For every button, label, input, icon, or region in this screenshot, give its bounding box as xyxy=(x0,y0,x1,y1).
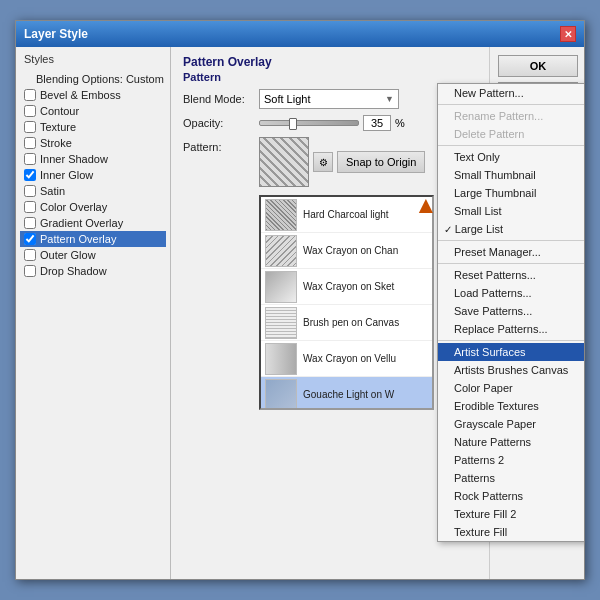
pattern-overlay-checkbox[interactable] xyxy=(24,233,36,245)
pattern-item-name: Wax Crayon on Vellu xyxy=(303,353,396,365)
blend-mode-select[interactable]: Soft Light ▼ xyxy=(259,89,399,109)
opacity-slider-thumb[interactable] xyxy=(289,118,297,130)
opacity-input[interactable] xyxy=(363,115,391,131)
list-item[interactable]: Wax Crayon on Sket xyxy=(261,269,432,305)
menu-divider xyxy=(438,263,584,264)
styles-item-color-overlay[interactable]: Color Overlay xyxy=(20,199,166,215)
blend-mode-label: Blend Mode: xyxy=(183,93,253,105)
menu-item-preset-manager[interactable]: Preset Manager... xyxy=(438,243,584,261)
dialog-body: Styles Blending Options: Custom Bevel & … xyxy=(16,47,584,579)
section-title: Pattern Overlay xyxy=(183,55,477,69)
pattern-list-scroll[interactable]: Hard Charcoal light Wax Crayon on Chan W… xyxy=(261,197,432,408)
list-item[interactable]: Brush pen on Canvas xyxy=(261,305,432,341)
menu-item-text-only[interactable]: Text Only xyxy=(438,148,584,166)
menu-item-small-thumbnail[interactable]: Small Thumbnail xyxy=(438,166,584,184)
styles-item-inner-shadow[interactable]: Inner Shadow xyxy=(20,151,166,167)
menu-divider xyxy=(438,340,584,341)
menu-item-texture-fill[interactable]: Texture Fill xyxy=(438,523,584,541)
menu-item-artist-surfaces[interactable]: Artist Surfaces xyxy=(438,343,584,361)
satin-checkbox[interactable] xyxy=(24,185,36,197)
menu-item-load-patterns[interactable]: Load Patterns... xyxy=(438,284,584,302)
color-overlay-checkbox[interactable] xyxy=(24,201,36,213)
contour-checkbox[interactable] xyxy=(24,105,36,117)
opacity-percent: % xyxy=(395,117,405,129)
pattern-item-name: Brush pen on Canvas xyxy=(303,317,399,329)
ok-button[interactable]: OK xyxy=(498,55,578,77)
styles-panel: Styles Blending Options: Custom Bevel & … xyxy=(16,47,171,579)
blend-mode-row: Blend Mode: Soft Light ▼ xyxy=(183,89,477,109)
pattern-item-name: Wax Crayon on Sket xyxy=(303,281,394,293)
menu-divider xyxy=(438,104,584,105)
menu-item-color-paper[interactable]: Color Paper xyxy=(438,379,584,397)
dialog-title: Layer Style xyxy=(24,27,88,41)
styles-item-bevel[interactable]: Bevel & Emboss xyxy=(20,87,166,103)
pattern-menu-button[interactable]: ⚙ xyxy=(313,152,333,172)
pattern-preview[interactable] xyxy=(259,137,309,187)
bevel-checkbox[interactable] xyxy=(24,89,36,101)
scroll-up-arrow-icon: ▲ xyxy=(414,191,438,218)
title-bar: Layer Style ✕ xyxy=(16,21,584,47)
inner-glow-checkbox[interactable] xyxy=(24,169,36,181)
pattern-list-area: Hard Charcoal light Wax Crayon on Chan W… xyxy=(259,195,434,410)
menu-item-delete-pattern: Delete Pattern xyxy=(438,125,584,143)
snap-to-origin-button[interactable]: Snap to Origin xyxy=(337,151,425,173)
section-subtitle: Pattern xyxy=(183,71,477,83)
styles-item-pattern-overlay[interactable]: Pattern Overlay xyxy=(20,231,166,247)
styles-item-stroke[interactable]: Stroke xyxy=(20,135,166,151)
styles-item-contour[interactable]: Contour xyxy=(20,103,166,119)
menu-divider xyxy=(438,240,584,241)
context-menu: New Pattern... Rename Pattern... Delete … xyxy=(437,83,584,542)
pattern-item-name: Gouache Light on W xyxy=(303,389,394,401)
layer-style-dialog: Layer Style ✕ Styles Blending Options: C… xyxy=(15,20,585,580)
menu-item-patterns[interactable]: Patterns xyxy=(438,469,584,487)
opacity-slider[interactable] xyxy=(259,120,359,126)
styles-item-satin[interactable]: Satin xyxy=(20,183,166,199)
styles-item-gradient-overlay[interactable]: Gradient Overlay xyxy=(20,215,166,231)
styles-item-inner-glow[interactable]: Inner Glow xyxy=(20,167,166,183)
list-item[interactable]: Gouache Light on W xyxy=(261,377,432,408)
pattern-row: Pattern: ⚙ Snap to Origin xyxy=(183,137,477,410)
opacity-row: Opacity: % xyxy=(183,115,477,131)
close-button[interactable]: ✕ xyxy=(560,26,576,42)
menu-item-texture-fill-2[interactable]: Texture Fill 2 xyxy=(438,505,584,523)
menu-item-patterns-2[interactable]: Patterns 2 xyxy=(438,451,584,469)
scroll-up-area: ▲ xyxy=(414,191,438,219)
menu-divider xyxy=(438,145,584,146)
menu-item-reset-patterns[interactable]: Reset Patterns... xyxy=(438,266,584,284)
menu-item-erodible-textures[interactable]: Erodible Textures xyxy=(438,397,584,415)
pattern-thumbnail xyxy=(265,199,297,231)
menu-item-rename-pattern: Rename Pattern... xyxy=(438,107,584,125)
menu-item-replace-patterns[interactable]: Replace Patterns... xyxy=(438,320,584,338)
menu-item-nature-patterns[interactable]: Nature Patterns xyxy=(438,433,584,451)
list-item[interactable]: Hard Charcoal light xyxy=(261,197,432,233)
gradient-overlay-checkbox[interactable] xyxy=(24,217,36,229)
menu-item-grayscale-paper[interactable]: Grayscale Paper xyxy=(438,415,584,433)
styles-item-blending[interactable]: Blending Options: Custom xyxy=(20,71,166,87)
pattern-thumbnail xyxy=(265,343,297,375)
blend-mode-arrow-icon: ▼ xyxy=(385,94,394,104)
pattern-item-name: Hard Charcoal light xyxy=(303,209,389,221)
styles-item-outer-glow[interactable]: Outer Glow xyxy=(20,247,166,263)
menu-item-large-list[interactable]: Large List xyxy=(438,220,584,238)
menu-item-large-thumbnail[interactable]: Large Thumbnail xyxy=(438,184,584,202)
main-content: Pattern Overlay Pattern Blend Mode: Soft… xyxy=(171,47,489,579)
list-item[interactable]: Wax Crayon on Chan xyxy=(261,233,432,269)
texture-checkbox[interactable] xyxy=(24,121,36,133)
inner-shadow-checkbox[interactable] xyxy=(24,153,36,165)
menu-item-new-pattern[interactable]: New Pattern... xyxy=(438,84,584,102)
stroke-checkbox[interactable] xyxy=(24,137,36,149)
styles-item-texture[interactable]: Texture xyxy=(20,119,166,135)
pattern-thumbnail xyxy=(265,379,297,409)
list-item[interactable]: Wax Crayon on Vellu xyxy=(261,341,432,377)
outer-glow-checkbox[interactable] xyxy=(24,249,36,261)
opacity-slider-container: % xyxy=(259,115,405,131)
menu-item-rock-patterns[interactable]: Rock Patterns xyxy=(438,487,584,505)
drop-shadow-checkbox[interactable] xyxy=(24,265,36,277)
pattern-thumbnail xyxy=(265,307,297,339)
styles-item-drop-shadow[interactable]: Drop Shadow xyxy=(20,263,166,279)
menu-item-small-list[interactable]: Small List xyxy=(438,202,584,220)
pattern-label: Pattern: xyxy=(183,141,253,153)
menu-item-artists-brushes[interactable]: Artists Brushes Canvas xyxy=(438,361,584,379)
opacity-label: Opacity: xyxy=(183,117,253,129)
menu-item-save-patterns[interactable]: Save Patterns... xyxy=(438,302,584,320)
